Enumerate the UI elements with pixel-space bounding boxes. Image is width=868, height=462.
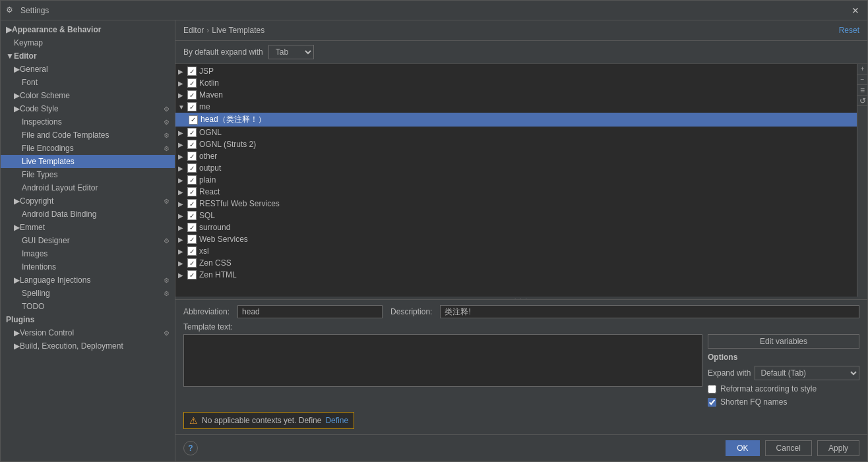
group-checkbox-ognl[interactable]: [187, 128, 197, 137]
template-group-ognl-struts[interactable]: ▶ OGNL (Struts 2): [175, 138, 857, 150]
group-checkbox-output[interactable]: [187, 163, 197, 173]
sidebar-item-gui-designer[interactable]: GUI Designer ⚙: [1, 234, 175, 247]
sidebar-item-build[interactable]: ▶ Build, Execution, Deployment: [1, 339, 175, 353]
group-checkbox-jsp[interactable]: [187, 67, 197, 76]
settings-icon: ⚙: [164, 145, 170, 152]
group-checkbox-xsl[interactable]: [187, 246, 197, 256]
sidebar-item-general[interactable]: ▶ General: [1, 63, 175, 76]
template-list[interactable]: ▶ JSP ▶ Kotlin: [175, 64, 857, 297]
expand-arrow-icon: ▶: [178, 165, 186, 172]
group-checkbox-other[interactable]: [187, 152, 197, 161]
template-group-zen-css[interactable]: ▶ Zen CSS: [175, 257, 857, 269]
sidebar-item-todo[interactable]: TODO: [1, 300, 175, 313]
expand-arrow-icon: ▶: [178, 272, 186, 279]
sidebar-item-language-injections[interactable]: ▶ Language Injections ⚙: [1, 274, 175, 287]
help-button[interactable]: ?: [183, 441, 198, 455]
content-area: ▶ Appearance & Behavior Keymap ▼ Editor …: [1, 20, 867, 461]
list-refresh-button[interactable]: ↺: [857, 96, 868, 106]
group-checkbox-web-services[interactable]: [187, 235, 197, 244]
sidebar-item-images[interactable]: Images: [1, 247, 175, 260]
sidebar-item-keymap[interactable]: Keymap: [1, 36, 175, 49]
expand-with-detail-select[interactable]: Default (Tab) Tab Enter Space: [755, 366, 859, 380]
template-textarea[interactable]: [183, 334, 702, 387]
abbreviation-input[interactable]: [237, 305, 383, 318]
list-settings-button[interactable]: ≡: [857, 85, 868, 96]
sidebar-item-label: Copyright: [20, 196, 53, 206]
template-list-area: ▶ JSP ▶ Kotlin: [175, 64, 867, 297]
sidebar-item-appearance[interactable]: ▶ Appearance & Behavior: [1, 23, 175, 36]
expand-with-label: Expand with: [708, 368, 751, 378]
template-group-output[interactable]: ▶ output: [175, 162, 857, 174]
group-checkbox-restful[interactable]: [187, 199, 197, 208]
apply-button[interactable]: Apply: [817, 440, 859, 456]
sidebar-item-editor[interactable]: ▼ Editor: [1, 49, 175, 63]
edit-variables-button[interactable]: Edit variables: [708, 334, 859, 349]
template-group-sql[interactable]: ▶ SQL: [175, 210, 857, 221]
template-group-react[interactable]: ▶ React: [175, 186, 857, 198]
title-bar: ⚙ Settings ✕: [1, 1, 867, 20]
template-group-xsl[interactable]: ▶ xsl: [175, 245, 857, 257]
expand-with-option-row: Expand with Default (Tab) Tab Enter Spac…: [708, 366, 859, 380]
sidebar-item-label: Version Control: [20, 328, 74, 337]
sidebar-item-live-templates[interactable]: Live Templates: [1, 155, 175, 168]
sidebar-item-android-data-binding[interactable]: Android Data Binding: [1, 208, 175, 221]
description-input[interactable]: [440, 305, 859, 318]
sidebar-item-copyright[interactable]: ▶ Copyright ⚙: [1, 194, 175, 208]
group-label-restful: RESTful Web Services: [199, 199, 280, 208]
template-group-other[interactable]: ▶ other: [175, 150, 857, 162]
sidebar-item-font[interactable]: Font: [1, 76, 175, 89]
sidebar-item-emmet[interactable]: ▶ Emmet: [1, 221, 175, 234]
shorten-checkbox[interactable]: [708, 398, 716, 407]
template-group-plain[interactable]: ▶ plain: [175, 174, 857, 186]
group-checkbox-zen-html[interactable]: [187, 270, 197, 279]
sidebar-item-version-control[interactable]: ▶ Version Control ⚙: [1, 326, 175, 339]
group-checkbox-me[interactable]: [187, 102, 197, 111]
group-checkbox-maven[interactable]: [187, 90, 197, 100]
expand-with-select[interactable]: Tab Enter Space: [268, 45, 314, 59]
sidebar-item-label: Color Scheme: [20, 91, 70, 100]
sidebar-item-code-style[interactable]: ▶ Code Style ⚙: [1, 102, 175, 115]
template-group-zen-html[interactable]: ▶ Zen HTML: [175, 269, 857, 281]
close-button[interactable]: ✕: [849, 4, 862, 17]
sidebar-item-plugins[interactable]: Plugins: [1, 313, 175, 326]
group-checkbox-surround[interactable]: [187, 223, 197, 232]
cancel-button[interactable]: Cancel: [765, 440, 812, 456]
template-group-restful[interactable]: ▶ RESTful Web Services: [175, 198, 857, 210]
expand-arrow-icon: ▶: [178, 200, 186, 208]
settings-icon: ⚙: [164, 198, 170, 205]
group-checkbox-ognl-struts[interactable]: [187, 140, 197, 149]
sidebar-item-spelling[interactable]: Spelling ⚙: [1, 287, 175, 300]
group-checkbox-sql[interactable]: [187, 211, 197, 220]
scroll-down-button[interactable]: −: [857, 74, 868, 85]
sidebar-item-color-scheme[interactable]: ▶ Color Scheme: [1, 89, 175, 102]
sidebar-item-file-types[interactable]: File Types: [1, 168, 175, 181]
reformat-checkbox[interactable]: [708, 385, 716, 393]
template-group-ognl[interactable]: ▶ OGNL: [175, 127, 857, 138]
template-group-surround[interactable]: ▶ surround: [175, 221, 857, 233]
define-link[interactable]: Define: [325, 416, 348, 425]
template-group-kotlin[interactable]: ▶ Kotlin: [175, 77, 857, 89]
sidebar-item-label: Editor: [14, 51, 37, 61]
template-group-jsp[interactable]: ▶ JSP: [175, 65, 857, 77]
template-group-web-services[interactable]: ▶ Web Services: [175, 233, 857, 245]
template-group-maven[interactable]: ▶ Maven: [175, 89, 857, 101]
ok-button[interactable]: OK: [726, 440, 759, 456]
reset-button[interactable]: Reset: [839, 26, 859, 35]
group-label-ognl: OGNL: [199, 128, 222, 137]
group-checkbox-react[interactable]: [187, 187, 197, 196]
template-item-head[interactable]: head（类注释！）: [175, 113, 857, 127]
item-checkbox-head[interactable]: [189, 115, 198, 125]
group-checkbox-kotlin[interactable]: [187, 78, 197, 88]
sidebar-item-inspections[interactable]: Inspections ⚙: [1, 115, 175, 129]
group-label-jsp: JSP: [199, 67, 214, 76]
group-checkbox-plain[interactable]: [187, 175, 197, 185]
sidebar-item-file-code-templates[interactable]: File and Code Templates ⚙: [1, 129, 175, 142]
group-checkbox-zen-css[interactable]: [187, 258, 197, 268]
sidebar-item-intentions[interactable]: Intentions: [1, 260, 175, 274]
sidebar-item-file-encodings[interactable]: File Encodings ⚙: [1, 142, 175, 155]
scroll-up-button[interactable]: +: [857, 64, 868, 74]
sidebar-item-android-layout[interactable]: Android Layout Editor: [1, 181, 175, 194]
settings-dialog: ⚙ Settings ✕ ▶ Appearance & Behavior Key…: [0, 0, 868, 462]
expand-arrow-icon: ▶: [14, 65, 20, 74]
template-group-me[interactable]: ▼ me: [175, 101, 857, 113]
